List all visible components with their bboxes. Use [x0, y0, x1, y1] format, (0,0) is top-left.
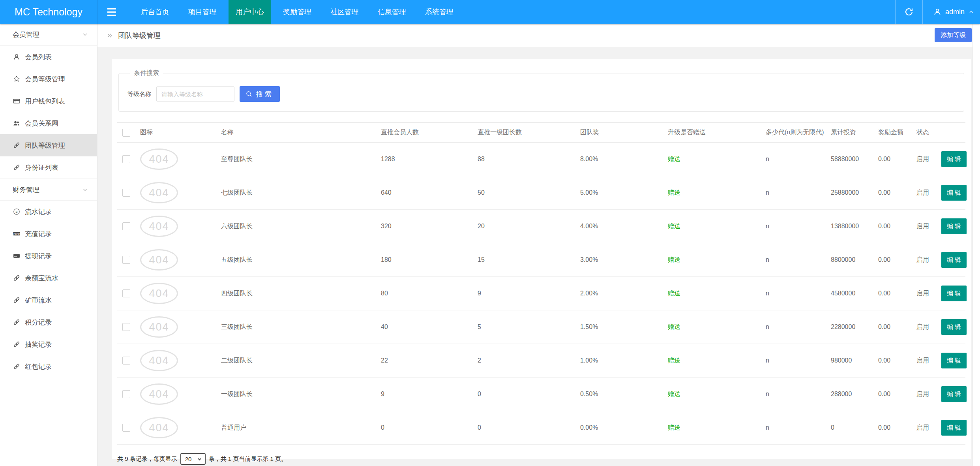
table-row: 404一级团队长900.50%赠送n2880000.00启用编辑 — [117, 378, 965, 411]
edit-button[interactable]: 编辑 — [941, 286, 967, 301]
row-generations: n — [766, 156, 769, 162]
edit-button[interactable]: 编辑 — [941, 185, 967, 201]
row-total-invest-cell: 288000 — [827, 378, 874, 411]
sidebar-item[interactable]: 抽奖记录 — [0, 333, 97, 355]
row-total-invest-cell: 980000 — [827, 344, 874, 378]
scrollbar-track[interactable] — [973, 24, 980, 466]
refresh-button[interactable] — [895, 0, 923, 24]
edit-button[interactable]: 编辑 — [941, 252, 967, 268]
select-all-checkbox[interactable] — [122, 129, 130, 137]
row-checkbox[interactable] — [122, 357, 130, 365]
row-icon-cell: 404 — [136, 243, 217, 277]
row-checkbox[interactable] — [122, 189, 130, 197]
sidebar-item[interactable]: PayPal充值记录 — [0, 223, 97, 245]
row-name: 七级团队长 — [221, 189, 253, 196]
row-gift-link[interactable]: 赠送 — [668, 357, 680, 364]
image-404-placeholder-icon: 404 — [140, 283, 178, 304]
sidebar-item[interactable]: 红包记录 — [0, 355, 97, 378]
edit-button[interactable]: 编辑 — [941, 386, 967, 402]
row-direct-leaders-cell: 20 — [474, 210, 576, 243]
row-generations-cell: n — [762, 243, 827, 277]
row-icon-cell: 404 — [136, 210, 217, 243]
sidebar-item[interactable]: ¥流水记录 — [0, 201, 97, 223]
wallet-icon — [13, 97, 21, 105]
sidebar-item[interactable]: 会员关系网 — [0, 112, 97, 134]
row-gift-link[interactable]: 赠送 — [668, 391, 680, 397]
row-checkbox[interactable] — [122, 222, 130, 230]
row-team-bonus: 5.00% — [580, 189, 598, 196]
row-actions-cell: 编辑 — [937, 210, 965, 243]
sidebar-item[interactable]: 团队等级管理 — [0, 134, 97, 156]
sidebar-item-label: 余额宝流水 — [25, 274, 58, 283]
row-team-bonus-cell: 1.00% — [576, 344, 664, 378]
row-generations: n — [766, 424, 769, 431]
nav-item-系统管理[interactable]: 系统管理 — [418, 0, 461, 24]
row-status-cell: 启用 — [913, 176, 937, 210]
nav-item-奖励管理[interactable]: 奖励管理 — [276, 0, 319, 24]
row-gift-link[interactable]: 赠送 — [668, 290, 680, 297]
edit-button[interactable]: 编辑 — [941, 151, 967, 167]
row-checkbox[interactable] — [122, 390, 130, 398]
table-row: 404二级团队长2221.00%赠送n9800000.00启用编辑 — [117, 344, 965, 378]
row-gift-link[interactable]: 赠送 — [668, 256, 680, 263]
row-checkbox[interactable] — [122, 155, 130, 163]
row-direct-leaders: 88 — [478, 156, 485, 162]
row-gift-link[interactable]: 赠送 — [668, 424, 680, 431]
page-size-select[interactable]: 20 — [180, 453, 206, 465]
table-header-row: 图标名称直推会员人数直推一级团长数团队奖升级是否赠送多少代(n则为无限代)累计投… — [117, 123, 965, 143]
sidebar-item[interactable]: 积分记录 — [0, 311, 97, 333]
nav-item-社区管理[interactable]: 社区管理 — [323, 0, 366, 24]
sidebar-item[interactable]: 矿币流水 — [0, 289, 97, 311]
image-404-placeholder-icon: 404 — [140, 350, 178, 371]
row-gift-link[interactable]: 赠送 — [668, 323, 680, 330]
sidebar-item[interactable]: 会员等级管理 — [0, 68, 97, 90]
row-name-cell: 普通用户 — [217, 411, 377, 445]
nav-item-信息管理[interactable]: 信息管理 — [371, 0, 413, 24]
sidebar-group-header[interactable]: 财务管理 — [0, 179, 97, 201]
row-checkbox[interactable] — [122, 323, 130, 331]
row-checkbox[interactable] — [122, 256, 130, 264]
sidebar-item-label: 矿币流水 — [25, 296, 52, 305]
level-name-label: 等级名称 — [127, 90, 151, 98]
row-icon-cell: 404 — [136, 143, 217, 176]
sidebar-item[interactable]: 用户钱包列表 — [0, 90, 97, 112]
row-reward-amount: 0.00 — [878, 290, 890, 297]
sidebar-group-header[interactable]: 会员管理 — [0, 24, 97, 46]
edit-button[interactable]: 编辑 — [941, 218, 967, 234]
row-team-bonus-cell: 2.00% — [576, 277, 664, 310]
pagination-text-after: 条，共 1 页当前显示第 1 页。 — [209, 455, 287, 463]
row-select-cell — [117, 411, 136, 445]
row-gift-link[interactable]: 赠送 — [668, 189, 680, 196]
nav-item-用户中心[interactable]: 用户中心 — [229, 0, 271, 24]
row-select-cell — [117, 310, 136, 344]
edit-button[interactable]: 编辑 — [941, 420, 967, 436]
hamburger-menu-icon[interactable] — [97, 0, 126, 24]
chevron-down-icon — [82, 186, 88, 193]
row-status: 启用 — [916, 424, 929, 431]
row-generations-cell: n — [762, 378, 827, 411]
nav-item-项目管理[interactable]: 项目管理 — [181, 0, 224, 24]
edit-button[interactable]: 编辑 — [941, 353, 967, 368]
edit-button[interactable]: 编辑 — [941, 319, 967, 335]
row-team-bonus: 4.00% — [580, 223, 598, 229]
row-team-bonus-cell: 4.00% — [576, 210, 664, 243]
row-gift-link[interactable]: 赠送 — [668, 223, 680, 229]
row-name-cell: 七级团队长 — [217, 176, 377, 210]
row-checkbox[interactable] — [122, 289, 130, 297]
image-404-placeholder-icon: 404 — [140, 182, 178, 203]
row-checkbox[interactable] — [122, 424, 130, 432]
sidebar-item[interactable]: 提现记录 — [0, 245, 97, 267]
row-status: 启用 — [916, 357, 929, 364]
main-content: 团队等级管理 添加等级 条件搜索 等级名称 搜索 — [97, 24, 973, 466]
row-actions-cell: 编辑 — [937, 378, 965, 411]
row-gift-link[interactable]: 赠送 — [668, 156, 680, 162]
sidebar-item[interactable]: 会员列表 — [0, 46, 97, 68]
level-name-input[interactable] — [156, 86, 234, 101]
nav-item-后台首页[interactable]: 后台首页 — [134, 0, 176, 24]
sidebar-item[interactable]: 余额宝流水 — [0, 267, 97, 289]
user-menu[interactable]: admin — [923, 0, 980, 24]
search-button[interactable]: 搜索 — [240, 86, 280, 102]
sidebar-item[interactable]: 身份证列表 — [0, 156, 97, 179]
add-level-button[interactable]: 添加等级 — [935, 28, 972, 42]
content-card: 条件搜索 等级名称 搜索 图标名称直推会员人数直推一级团长数团队奖升级是否赠送多… — [112, 59, 971, 459]
